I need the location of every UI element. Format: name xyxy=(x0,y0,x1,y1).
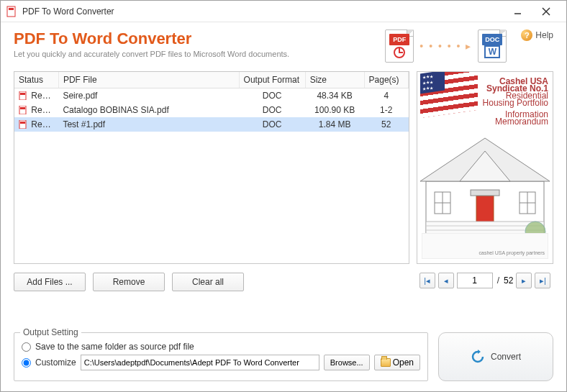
table-row[interactable]: ReadyCatalogo BOBINAS SIA.pdfDOC100.90 K… xyxy=(14,103,409,117)
folder-icon xyxy=(381,358,391,367)
pager: |◂ ◂ / 52 ▸ ▸| xyxy=(417,273,553,288)
same-folder-label[interactable]: Save to the same folder as source pdf fi… xyxy=(35,342,194,352)
file-table: Status PDF File Output Format Size Page(… xyxy=(14,71,409,264)
svg-rect-9 xyxy=(20,107,25,109)
svg-rect-7 xyxy=(20,93,25,95)
remove-button[interactable]: Remove xyxy=(93,273,165,291)
page-input[interactable] xyxy=(457,273,493,288)
window-title: PDF To Word Converter xyxy=(22,6,503,17)
header: PDF To Word Converter Let you quickly an… xyxy=(1,22,566,67)
first-page-button[interactable]: |◂ xyxy=(419,273,435,288)
app-subtitle: Let you quickly and accurately convert P… xyxy=(14,50,385,58)
preview-footer: cashel USA property partners xyxy=(422,233,548,259)
page-separator: / xyxy=(496,275,501,286)
svg-rect-11 xyxy=(20,122,25,124)
help-link[interactable]: ? Help xyxy=(521,29,553,41)
customize-radio[interactable] xyxy=(22,358,31,368)
app-icon xyxy=(6,6,18,17)
app-title: PDF To Word Converter xyxy=(14,29,385,48)
arrow-icon: • • • • • ▸ xyxy=(419,40,472,52)
preview-heading: Cashel USA Syndicate No.1 Residential Ho… xyxy=(478,72,553,122)
svg-rect-22 xyxy=(471,190,499,196)
refresh-icon xyxy=(471,350,485,364)
clear-all-button[interactable]: Clear all xyxy=(172,273,244,291)
svg-rect-6 xyxy=(19,91,26,100)
output-path-input[interactable] xyxy=(81,355,319,370)
preview-pane: Cashel USA Syndicate No.1 Residential Ho… xyxy=(417,71,553,264)
table-row[interactable]: ReadySeire.pdfDOC48.34 KB4 xyxy=(14,88,409,104)
next-page-button[interactable]: ▸ xyxy=(516,273,532,288)
output-setting-group: Output Setting Save to the same folder a… xyxy=(14,332,428,381)
convert-button[interactable]: Convert xyxy=(438,332,553,381)
col-format[interactable]: Output Format xyxy=(239,72,305,88)
doc-icon: DOC W xyxy=(478,29,507,63)
svg-marker-28 xyxy=(478,350,481,354)
last-page-button[interactable]: ▸| xyxy=(535,273,550,288)
close-button[interactable] xyxy=(532,1,561,22)
minimize-button[interactable] xyxy=(503,1,532,22)
col-file[interactable]: PDF File xyxy=(58,72,239,88)
table-row[interactable]: ReadyTest #1.pdfDOC1.84 MB52 xyxy=(14,117,409,132)
same-folder-radio[interactable] xyxy=(22,342,31,352)
col-status[interactable]: Status xyxy=(14,72,58,88)
customize-label[interactable]: Customize xyxy=(35,357,76,368)
format-icons: PDF • • • • • ▸ DOC W xyxy=(385,29,507,63)
svg-rect-1 xyxy=(9,8,14,10)
help-icon: ? xyxy=(521,29,532,41)
titlebar: PDF To Word Converter xyxy=(1,1,566,22)
svg-rect-10 xyxy=(19,120,26,129)
app-window: PDF To Word Converter PDF To Word Conver… xyxy=(0,0,567,392)
pdf-icon: PDF xyxy=(385,29,414,63)
page-total: 52 xyxy=(504,275,513,286)
preview-illustration xyxy=(420,131,550,246)
open-folder-button[interactable]: Open xyxy=(374,355,420,370)
flag-image xyxy=(420,75,478,118)
col-pages[interactable]: Page(s) xyxy=(364,72,408,88)
svg-rect-8 xyxy=(19,106,26,114)
prev-page-button[interactable]: ◂ xyxy=(438,273,454,288)
col-size[interactable]: Size xyxy=(305,72,364,88)
output-legend: Output Setting xyxy=(20,327,81,337)
add-files-button[interactable]: Add Files ... xyxy=(14,273,86,291)
browse-button[interactable]: Browse... xyxy=(324,355,370,370)
